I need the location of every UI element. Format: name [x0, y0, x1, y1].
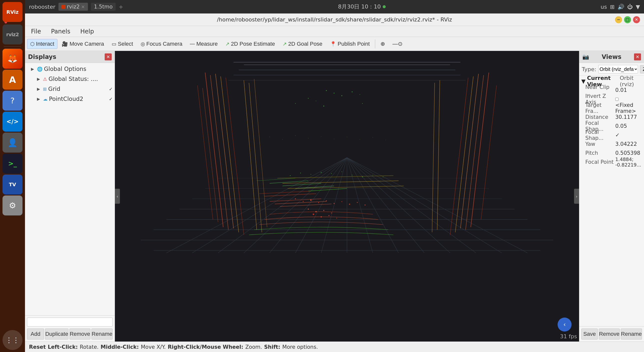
- tree-item-global-options[interactable]: ▶ 🌐 Global Options: [25, 64, 115, 74]
- svg-point-75: [310, 174, 311, 175]
- menu-help[interactable]: Help: [78, 27, 96, 36]
- interact-label: Interact: [36, 41, 54, 47]
- dock-icon-firefox[interactable]: 🦊: [2, 49, 22, 69]
- svg-point-73: [290, 175, 290, 176]
- tree-item-grid[interactable]: ▶ ⊞ Grid ✓: [25, 84, 115, 94]
- target-frame-value[interactable]: <Fixed Frame>: [615, 102, 642, 114]
- pose-estimate-button[interactable]: ↗ 2D Pose Estimate: [222, 39, 278, 49]
- select-button[interactable]: ▭ Select: [108, 39, 136, 49]
- toolbar-extra-btn2[interactable]: —⊙: [389, 39, 406, 49]
- focal-point-value[interactable]: 1.4884; -0.82219...: [615, 157, 642, 168]
- svg-point-100: [360, 139, 360, 140]
- svg-point-95: [295, 135, 296, 136]
- status-left-click-desc: Rotate.: [80, 344, 98, 350]
- tree-item-pointcloud2[interactable]: ▶ ☁ PointCloud2 ✓: [25, 94, 115, 104]
- menu-file[interactable]: File: [29, 27, 43, 36]
- grid-icon: ⊞: [43, 86, 47, 92]
- focal-shape2-check[interactable]: ✓: [615, 132, 620, 138]
- viewport-circle-button[interactable]: ‹: [558, 318, 572, 332]
- rename-button[interactable]: Rename: [92, 329, 113, 340]
- publish-point-button[interactable]: 📍 Publish Point: [327, 39, 373, 49]
- invert-z-checkbox[interactable]: [615, 96, 642, 102]
- views-row-target-frame: Target Fra... <Fixed Frame>: [579, 104, 644, 113]
- expand-arrow-grid: ▶: [37, 87, 42, 91]
- views-rename-button[interactable]: Rename: [621, 329, 642, 340]
- views-zero-button[interactable]: Zero: [640, 65, 644, 73]
- viewport-collapse-left[interactable]: ‹: [115, 189, 120, 204]
- near-clip-value[interactable]: 0.01: [615, 87, 642, 93]
- minimize-button[interactable]: −: [615, 16, 622, 23]
- dock-icon-rviz2[interactable]: rviz2: [2, 24, 22, 44]
- pitch-value[interactable]: 0.505398: [615, 150, 642, 156]
- select-icon: ▭: [112, 41, 116, 47]
- svg-point-89: [341, 201, 342, 202]
- views-type-row: Type: Orbit (rviz_defa Zero: [579, 63, 644, 76]
- distance-value[interactable]: 30.1177: [615, 114, 642, 120]
- dock-icon-store[interactable]: A: [2, 70, 22, 90]
- status-shift-desc: More options.: [282, 344, 318, 350]
- goal-pose-button[interactable]: ↗ 2D Goal Pose: [279, 39, 326, 49]
- dock-icon-teamviewer[interactable]: TV: [2, 175, 22, 194]
- viewport-collapse-right[interactable]: ›: [574, 189, 579, 204]
- system-bar: robooster rviz2 ✕ 1.5tmo + 8月30日 10：10 u…: [25, 0, 644, 13]
- invert-z-input[interactable]: [615, 98, 618, 101]
- svg-point-78: [342, 171, 342, 172]
- views-remove-button[interactable]: Remove: [599, 329, 620, 340]
- focus-camera-button[interactable]: ◎ Focus Camera: [138, 39, 186, 49]
- viewport[interactable]: ‹ › ‹ 31 fps: [115, 51, 579, 342]
- cloud-icon: ☁: [43, 96, 48, 102]
- dock-icon-rviz[interactable]: RViz: [2, 2, 22, 22]
- dock-apps-button[interactable]: ⋮⋮: [2, 330, 22, 350]
- main-content: Displays ✕ ▶ 🌐 Global Options: [25, 51, 644, 342]
- svg-point-84: [302, 201, 304, 202]
- remove-button[interactable]: Remove: [70, 329, 90, 340]
- views-type-select[interactable]: Orbit (rviz_defa: [598, 65, 638, 73]
- target-frame-label: Target Fra...: [585, 102, 615, 114]
- focal-point-label: Focal Point: [585, 159, 615, 165]
- views-row-pitch: Pitch 0.505398: [579, 149, 644, 158]
- status-middle-click-desc: Move X/Y.: [141, 344, 166, 350]
- displays-search-input[interactable]: [27, 318, 113, 327]
- toolbar-extra-btn1[interactable]: ⊕: [377, 39, 388, 49]
- tree-item-global-status[interactable]: ▶ ⚠ Global Status: ....: [25, 74, 115, 84]
- dock-icon-vscode[interactable]: </>: [2, 112, 22, 132]
- title-bar: /home/robooster/yp/lidar_ws/install/rsli…: [25, 13, 644, 26]
- focal-shape1-value[interactable]: 0.05: [615, 123, 642, 129]
- reset-button[interactable]: Reset: [29, 344, 46, 350]
- move-camera-button[interactable]: 🎥 Move Camera: [58, 39, 107, 49]
- add-button[interactable]: Add: [27, 329, 44, 340]
- svg-point-98: [334, 139, 334, 139]
- expand-arrow-pointcloud2: ▶: [37, 97, 42, 101]
- displays-sidebar: Displays ✕ ▶ 🌐 Global Options: [25, 51, 115, 342]
- views-save-button[interactable]: Save: [581, 329, 598, 340]
- svg-point-82: [383, 176, 384, 177]
- pose-estimate-icon: ↗: [225, 41, 230, 47]
- measure-icon: —: [190, 41, 195, 47]
- svg-point-102: [386, 140, 386, 140]
- new-tab-button[interactable]: +: [119, 4, 123, 10]
- tab-rviz2[interactable]: rviz2 ✕: [58, 3, 88, 11]
- svg-point-77: [331, 173, 332, 174]
- svg-point-93: [269, 137, 270, 137]
- dock-icon-settings[interactable]: ⚙: [2, 195, 22, 215]
- dock-icon-user[interactable]: 👤: [2, 133, 22, 153]
- dock-icon-help[interactable]: ?: [2, 91, 22, 111]
- grid-check[interactable]: ✓: [109, 86, 113, 92]
- focal-shape2-label: Focal Shap...: [585, 129, 615, 141]
- duplicate-button[interactable]: Duplicate: [45, 329, 68, 340]
- maximize-button[interactable]: □: [624, 16, 631, 23]
- measure-button[interactable]: — Measure: [186, 39, 221, 49]
- interact-button[interactable]: ⬡ Interact: [27, 39, 58, 49]
- pointcloud2-check[interactable]: ✓: [109, 96, 113, 102]
- views-close-button[interactable]: ✕: [634, 53, 641, 60]
- app-name-label: robooster: [29, 4, 56, 10]
- menu-panels[interactable]: Panels: [49, 27, 72, 36]
- tab-close-icon[interactable]: ✕: [81, 4, 85, 9]
- displays-close-button[interactable]: ✕: [105, 53, 112, 60]
- tab-extra[interactable]: 1.5tmo: [91, 3, 116, 11]
- dock-icon-terminal[interactable]: >_: [2, 154, 22, 174]
- fps-display: 31 fps: [560, 333, 577, 340]
- dock-separator: [4, 46, 21, 47]
- yaw-value[interactable]: 3.04222: [615, 141, 642, 147]
- close-button[interactable]: ✕: [633, 16, 640, 23]
